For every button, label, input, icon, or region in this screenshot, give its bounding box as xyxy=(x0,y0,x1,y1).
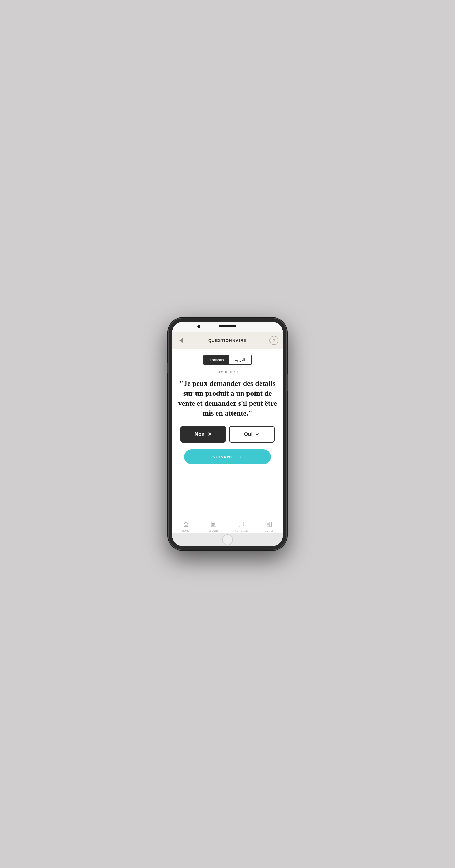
lecons-icon xyxy=(210,521,217,529)
home-button[interactable] xyxy=(222,534,233,545)
lecons-nav-label: LEÇONS xyxy=(208,530,219,532)
svg-rect-4 xyxy=(267,522,269,524)
oui-label: Oui xyxy=(244,431,253,437)
nav-item-activites[interactable]: ACTIVITÉS xyxy=(228,521,255,532)
help-icon: ? xyxy=(273,338,275,343)
outils-icon xyxy=(266,521,272,529)
activites-icon xyxy=(238,521,245,529)
outils-nav-label: OUTILS xyxy=(265,530,274,532)
bottom-nav: HOME LEÇONS xyxy=(172,519,283,533)
task-label: TÂCHE NO 1 xyxy=(216,371,239,374)
suivant-arrow-icon: → xyxy=(237,454,243,460)
question-text: "Je peux demander des détails sur un pro… xyxy=(176,378,279,418)
non-button[interactable]: Non ✕ xyxy=(181,426,226,442)
lang-arabic-button[interactable]: العربية xyxy=(229,355,251,364)
home-icon xyxy=(183,521,189,529)
non-label: Non xyxy=(195,431,204,437)
lang-french-button[interactable]: Francais xyxy=(204,355,229,364)
phone-home-area xyxy=(172,533,283,546)
nav-item-lecons[interactable]: LEÇONS xyxy=(200,521,228,532)
app-header: QUESTIONNAIRE ? xyxy=(172,332,283,349)
phone-screen: QUESTIONNAIRE ? Francais العربية TÂCHE N… xyxy=(172,322,283,546)
page-title: QUESTIONNAIRE xyxy=(208,338,247,343)
oui-icon: ✓ xyxy=(256,431,260,437)
back-arrow-icon xyxy=(179,338,183,343)
phone-top-bar xyxy=(172,322,283,332)
oui-button[interactable]: Oui ✓ xyxy=(229,426,274,442)
activites-nav-label: ACTIVITÉS xyxy=(235,530,248,532)
svg-rect-5 xyxy=(267,525,269,527)
home-nav-label: HOME xyxy=(182,530,190,532)
phone-camera xyxy=(197,325,200,328)
nav-item-outils[interactable]: OUTILS xyxy=(255,521,283,532)
app-container: QUESTIONNAIRE ? Francais العربية TÂCHE N… xyxy=(172,332,283,533)
suivant-button[interactable]: SUIVANT → xyxy=(184,449,271,464)
language-toggle: Francais العربية xyxy=(203,355,252,365)
nav-item-home[interactable]: HOME xyxy=(172,521,200,532)
phone-frame: QUESTIONNAIRE ? Francais العربية TÂCHE N… xyxy=(168,318,287,550)
suivant-label: SUIVANT xyxy=(213,455,234,459)
phone-speaker xyxy=(219,325,236,327)
main-content: Francais العربية TÂCHE NO 1 "Je peux dem… xyxy=(172,349,283,519)
non-icon: ✕ xyxy=(207,431,212,437)
help-button[interactable]: ? xyxy=(269,336,279,345)
answer-row: Non ✕ Oui ✓ xyxy=(176,426,279,442)
svg-rect-6 xyxy=(269,522,271,527)
back-button[interactable] xyxy=(176,336,186,345)
